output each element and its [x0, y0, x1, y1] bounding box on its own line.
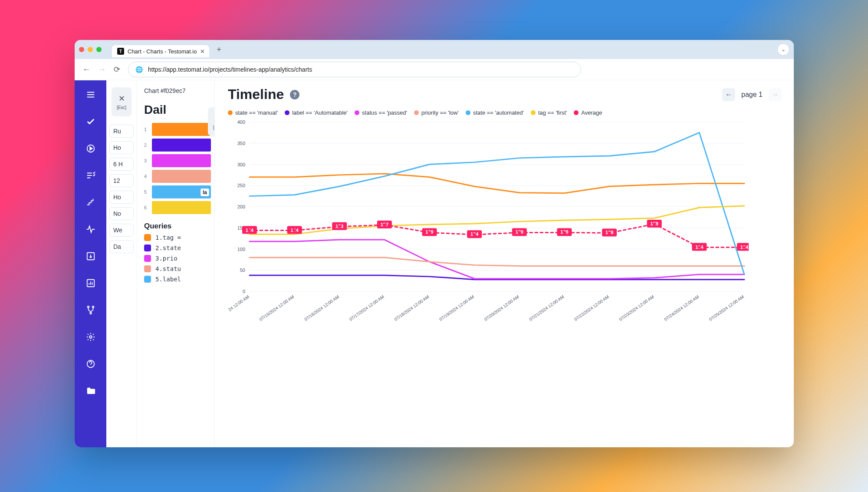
- svg-text:50: 50: [240, 267, 245, 273]
- check-icon[interactable]: [86, 117, 95, 126]
- pulse-icon[interactable]: [86, 225, 95, 234]
- legend-item[interactable]: Average: [574, 109, 602, 116]
- svg-text:07/17/2024 12:00 AM: 07/17/2024 12:00 AM: [349, 294, 385, 322]
- tab-title: Chart - Charts - Testomat.io: [128, 48, 197, 55]
- query-color-icon: [144, 244, 151, 251]
- svg-text:24 12:00 AM: 24 12:00 AM: [228, 294, 250, 312]
- chart-legend: state == 'manual'label == 'Automatable's…: [228, 109, 782, 116]
- query-item[interactable]: 3.prio: [144, 255, 211, 262]
- branch-icon[interactable]: [86, 305, 95, 315]
- import-icon[interactable]: [86, 251, 95, 261]
- legend-item[interactable]: priority == 'low': [414, 109, 459, 116]
- legend-item[interactable]: label == 'Automatable': [285, 109, 348, 116]
- browser-tab[interactable]: T Chart - Charts - Testomat.io ✕: [112, 45, 209, 57]
- gear-icon[interactable]: [86, 332, 95, 342]
- series-swatch[interactable]: 4: [144, 170, 211, 183]
- url-input[interactable]: 🌐 https://app.testomat.io/projects/timel…: [128, 62, 581, 77]
- legend-label: status == 'passed': [362, 109, 407, 116]
- series-swatch-list: 12345la6: [144, 123, 211, 214]
- svg-point-55: [473, 233, 476, 236]
- svg-text:250: 250: [237, 183, 245, 188]
- legend-item[interactable]: tag == 'first': [531, 109, 567, 116]
- panel-close-button[interactable]: ✕ [Esc]: [112, 87, 132, 116]
- svg-point-6: [89, 336, 92, 338]
- tabs-overflow-button[interactable]: ⌄: [777, 43, 789, 56]
- preset-chip[interactable]: Ho: [109, 191, 134, 204]
- svg-text:07/25/2024 12:00 AM: 07/25/2024 12:00 AM: [708, 294, 745, 322]
- close-window-button[interactable]: [79, 47, 84, 52]
- pager: ← page 1 →: [722, 88, 782, 101]
- page-indicator: page 1: [741, 91, 763, 99]
- svg-text:0: 0: [243, 289, 245, 294]
- svg-text:07/21/2024 12:00 AM: 07/21/2024 12:00 AM: [528, 294, 565, 322]
- svg-point-4: [92, 306, 94, 308]
- menu-icon[interactable]: [86, 90, 95, 99]
- legend-dot-icon: [285, 110, 289, 115]
- help-button[interactable]: ?: [290, 90, 299, 99]
- legend-item[interactable]: state == 'manual': [228, 109, 278, 116]
- query-item[interactable]: 5.label: [144, 276, 211, 283]
- series-swatch[interactable]: 2: [144, 139, 211, 152]
- globe-icon: 🌐: [135, 66, 143, 73]
- folder-icon[interactable]: [86, 386, 95, 396]
- swatch-index: 6: [144, 205, 148, 210]
- series-swatch[interactable]: 5la: [144, 185, 211, 198]
- legend-item[interactable]: state == 'automated': [466, 109, 524, 116]
- preset-chip[interactable]: Da: [109, 240, 134, 253]
- legend-label: Average: [581, 109, 602, 116]
- swatch-tag: la: [201, 188, 209, 196]
- play-icon[interactable]: [86, 144, 95, 153]
- chart-config-panel: Chart #f029ec7 Dail 12345la6 Queries 1.t…: [137, 80, 215, 447]
- svg-text:400: 400: [237, 119, 245, 125]
- address-bar: ← → ⟳ 🌐 https://app.testomat.io/projects…: [75, 59, 794, 80]
- legend-dot-icon: [414, 110, 419, 115]
- query-item[interactable]: 4.statu: [144, 265, 211, 272]
- query-text: 4.statu: [155, 265, 181, 272]
- bar-chart-icon[interactable]: [86, 278, 95, 288]
- chart-plot: 05010015020025030035040024 12:00 AM07/15…: [228, 118, 782, 343]
- help-icon[interactable]: [86, 359, 95, 369]
- query-item[interactable]: 1.tag =: [144, 234, 211, 241]
- query-item[interactable]: 2.state: [144, 244, 211, 251]
- legend-dot-icon: [466, 110, 470, 115]
- svg-text:07/15/2024 12:00 AM: 07/15/2024 12:00 AM: [259, 294, 295, 322]
- svg-point-67: [653, 223, 656, 225]
- chart-area: Timeline ? ← page 1 → state == 'manual'l…: [215, 80, 794, 447]
- window-controls: [79, 47, 102, 52]
- svg-text:300: 300: [237, 162, 245, 167]
- close-tab-icon[interactable]: ✕: [200, 48, 205, 55]
- maximize-window-button[interactable]: [96, 47, 102, 52]
- series-swatch[interactable]: 6: [144, 201, 211, 214]
- preset-chip[interactable]: No: [109, 207, 134, 220]
- series-swatch[interactable]: 1: [144, 123, 211, 136]
- legend-item[interactable]: status == 'passed': [355, 109, 407, 116]
- reload-icon[interactable]: ⟳: [114, 65, 120, 74]
- back-icon[interactable]: ←: [82, 65, 90, 74]
- new-tab-button[interactable]: +: [214, 44, 224, 55]
- query-color-icon: [144, 276, 151, 283]
- preset-chip[interactable]: 6 H: [109, 158, 134, 171]
- queries-list: 1.tag =2.state3.prio4.statu5.label: [144, 234, 211, 283]
- next-page-button[interactable]: →: [769, 88, 782, 101]
- svg-point-49: [383, 224, 386, 226]
- query-color-icon: [144, 255, 151, 262]
- browser-window: T Chart - Charts - Testomat.io ✕ + ⌄ ← →…: [75, 40, 794, 447]
- preset-chip[interactable]: Ho: [109, 141, 134, 154]
- preset-chip[interactable]: 12: [109, 174, 134, 187]
- preset-chip[interactable]: We: [109, 224, 134, 237]
- query-color-icon: [144, 234, 151, 241]
- forward-icon[interactable]: →: [98, 65, 106, 74]
- swatch-index: 3: [144, 158, 148, 163]
- svg-text:100: 100: [237, 247, 245, 252]
- svg-point-52: [428, 231, 431, 234]
- preset-chip[interactable]: Ru: [109, 125, 134, 138]
- side-nav: [75, 80, 106, 447]
- prev-page-button[interactable]: ←: [722, 88, 735, 101]
- checklist-icon[interactable]: [86, 171, 95, 180]
- minimize-window-button[interactable]: [88, 47, 93, 52]
- series-swatch[interactable]: 3: [144, 154, 211, 167]
- steps-icon[interactable]: [86, 198, 95, 207]
- drawer-close-button[interactable]: ✕ [Esc]: [208, 107, 215, 136]
- legend-dot-icon: [574, 110, 579, 115]
- preset-panel: ✕ [Esc] RuHo6 H12HoNoWeDa: [106, 80, 137, 447]
